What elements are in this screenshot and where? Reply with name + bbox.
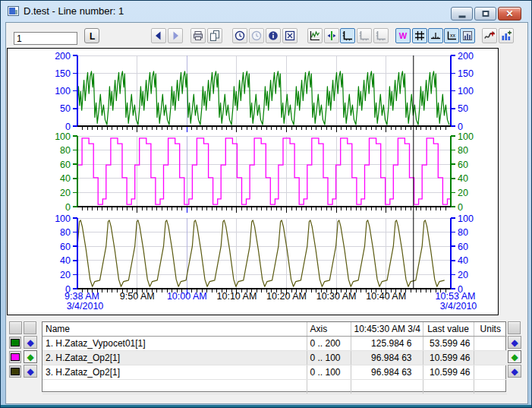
charts-svg: 0501001502000501001502000204060801000204…: [8, 49, 498, 315]
svg-text:W: W: [399, 31, 408, 40]
svg-text:10:53 AM: 10:53 AM: [436, 291, 476, 302]
last-value: 10.599 46: [423, 365, 474, 379]
close-button[interactable]: ✕: [498, 7, 521, 21]
line-mode-button[interactable]: L: [84, 28, 99, 43]
trend-name: 1. H.Zataz_Vypocet01[1]: [42, 336, 307, 350]
svg-text:20: 20: [458, 188, 468, 198]
copy-pages-icon: [209, 30, 221, 42]
print-button[interactable]: [190, 28, 206, 43]
add-graph-button[interactable]: [499, 28, 514, 43]
legend-row[interactable]: 1. H.Zataz_Vypocet01[1]0 .. 200125.984 6…: [42, 336, 507, 350]
svg-text:100: 100: [458, 86, 474, 96]
axis-range: 0 .. 200: [307, 336, 351, 350]
svg-text:40: 40: [60, 255, 71, 266]
legend-col-axis: Axis: [307, 322, 351, 336]
legend-col-name: Name: [42, 322, 307, 336]
legend-col-units: Units: [474, 322, 507, 336]
svg-text:0: 0: [458, 122, 463, 132]
legend-row[interactable]: 3. H.Zataz_Op2[1]0 .. 10096.984 6310.599…: [42, 365, 507, 379]
svg-text:10:00 AM: 10:00 AM: [167, 291, 207, 302]
svg-text:0: 0: [65, 122, 71, 132]
bars-plus-icon: [500, 30, 512, 42]
svg-text:80: 80: [458, 145, 468, 156]
svg-text:40: 40: [458, 255, 468, 266]
svg-text:10:30 AM: 10:30 AM: [316, 291, 357, 302]
time-interval-button[interactable]: [232, 28, 247, 43]
axis-values-button[interactable]: xx: [444, 28, 459, 43]
svg-text:3/4/2010: 3/4/2010: [67, 301, 104, 312]
trend-select-right-button[interactable]: ◆: [508, 336, 521, 349]
legend-row[interactable]: 2. H.Zataz_Op2[1]0 .. 10096.984 6310.599…: [42, 350, 507, 365]
legend-col-cursor-time: 10:45:30 AM 3/4: [351, 322, 423, 336]
svg-text:60: 60: [60, 242, 71, 252]
clock-light-icon: [250, 30, 263, 42]
copy-button[interactable]: [207, 28, 222, 43]
bar-panel-icon: [461, 30, 474, 42]
svg-text:20: 20: [458, 270, 468, 280]
trend-chart-area[interactable]: 0501001502000501001502000204060801000204…: [7, 48, 499, 315]
close-trend-button[interactable]: [282, 28, 297, 43]
svg-text:80: 80: [60, 145, 71, 156]
prev-button[interactable]: [151, 28, 166, 43]
swatch-color: [11, 339, 20, 346]
svg-text:40: 40: [458, 173, 468, 184]
time-interval-alt-button[interactable]: [249, 28, 264, 43]
trend-color-swatch[interactable]: [9, 337, 21, 349]
svg-text:100: 100: [55, 213, 71, 224]
graph-panel-button[interactable]: [460, 28, 475, 43]
legend-left-header-button-2[interactable]: [24, 321, 36, 334]
value-cursor-button[interactable]: [324, 28, 339, 43]
next-button[interactable]: [168, 28, 183, 43]
time-axis-button[interactable]: [428, 28, 443, 43]
maximize-button[interactable]: [474, 7, 496, 21]
svg-text:100: 100: [458, 131, 474, 142]
units: [474, 336, 507, 350]
axis-corner-gray-icon: [358, 30, 370, 42]
window-x-icon: [284, 30, 296, 42]
add-trend-button[interactable]: [482, 28, 497, 43]
app-icon: [8, 6, 19, 16]
svg-text:10:40 AM: 10:40 AM: [366, 291, 406, 302]
svg-text:60: 60: [458, 160, 468, 170]
trend-select-left-button[interactable]: ◆: [24, 365, 37, 378]
close-icon: ✕: [505, 9, 513, 18]
svg-text:150: 150: [55, 68, 71, 79]
diamond-icon: ◆: [511, 366, 518, 377]
svg-text:10:10 AM: 10:10 AM: [217, 291, 257, 302]
trend-color-swatch[interactable]: [9, 365, 21, 378]
units: [474, 365, 507, 379]
svg-text:200: 200: [55, 51, 71, 62]
trend-color-swatch[interactable]: [9, 351, 21, 363]
svg-text:9:38 AM: 9:38 AM: [65, 291, 99, 302]
trend-scale-button[interactable]: [307, 28, 323, 43]
diamond-icon: ◆: [27, 352, 33, 362]
axis-corner-icon: [342, 30, 354, 42]
trend-select-left-button[interactable]: ◆: [24, 350, 37, 363]
titlebar: D.test - Line number: 1 ✕: [1, 1, 531, 22]
svg-text:9:50 AM: 9:50 AM: [120, 291, 155, 302]
grid-icon: [414, 30, 426, 42]
legend-right-header-button[interactable]: [508, 321, 521, 334]
svg-text:3/4/2010: 3/4/2010: [440, 301, 477, 312]
arrow-right-icon: [169, 30, 181, 42]
multi-axis-button[interactable]: [357, 28, 372, 43]
axis-corner-gray-icon: [375, 30, 387, 42]
axis-ticks-icon: [430, 30, 442, 42]
value-at-cursor: 96.984 63: [351, 365, 423, 379]
grid-button[interactable]: [412, 28, 427, 43]
single-axis-button[interactable]: [340, 28, 355, 43]
svg-text:0: 0: [65, 202, 71, 213]
minimize-button[interactable]: [451, 7, 473, 21]
trend-select-left-button[interactable]: ◆: [24, 336, 37, 349]
svg-text:xx: xx: [450, 33, 456, 38]
minimize-icon: [458, 16, 465, 18]
trend-select-right-button[interactable]: ◆: [508, 350, 521, 363]
curve-width-button[interactable]: W: [395, 28, 411, 43]
split-axis-button[interactable]: [373, 28, 389, 43]
last-value: 53.599 46: [423, 336, 474, 350]
line-number-input[interactable]: [14, 32, 77, 45]
trend-select-right-button[interactable]: ◆: [508, 365, 521, 378]
info-button[interactable]: [266, 28, 281, 43]
diamond-icon: ◆: [511, 352, 518, 362]
legend-left-header-button-1[interactable]: [9, 321, 22, 334]
